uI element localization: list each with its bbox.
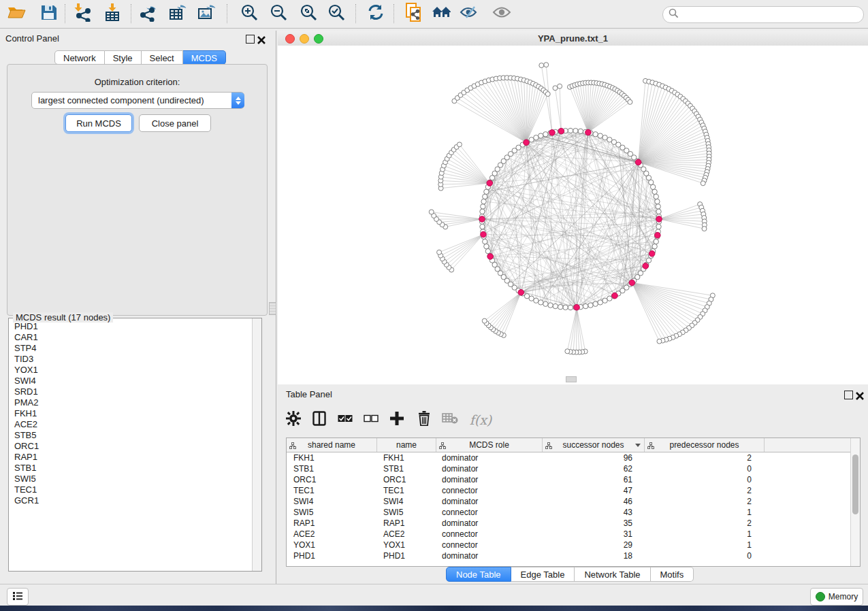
table-panel-title: Table Panel [286, 389, 332, 399]
mcds-node-item[interactable]: TID3 [14, 354, 252, 365]
cell-shared-name: RAP1 [287, 518, 376, 529]
cell-predecessor-nodes: 0 [642, 550, 761, 561]
memory-button[interactable]: Memory [810, 588, 863, 606]
mcds-node-item[interactable]: ORC1 [14, 441, 252, 452]
mcds-node-item[interactable]: GCR1 [14, 495, 252, 506]
close-panel-icon[interactable] [257, 35, 266, 43]
horizontal-splitter-handle[interactable] [566, 376, 577, 382]
table-body: FKH1FKH1dominator962STB1STB1dominator620… [287, 452, 850, 561]
table-row[interactable]: FKH1FKH1dominator962 [287, 452, 850, 463]
tab-mcds[interactable]: MCDS [183, 50, 226, 65]
run-mcds-button[interactable]: Run MCDS [65, 114, 132, 132]
table-row[interactable]: YOX1YOX1connector291 [287, 540, 850, 550]
export-image-icon [197, 3, 216, 24]
zoom-selected-button[interactable] [325, 3, 347, 24]
tab-network[interactable]: Network [54, 50, 105, 65]
houses-icon [432, 4, 452, 23]
mcds-node-item[interactable]: STP4 [14, 343, 252, 354]
column-header-shared-name[interactable]: shared name [287, 438, 377, 452]
network-canvas[interactable] [278, 46, 868, 384]
tab-edge-table[interactable]: Edge Table [511, 567, 575, 582]
show-all-button[interactable] [491, 3, 513, 24]
close-table-panel-icon[interactable] [856, 391, 864, 399]
mcds-node-item[interactable]: STB1 [14, 463, 252, 474]
deselect-all-button[interactable] [361, 410, 381, 430]
tab-node-table[interactable]: Node Table [446, 567, 511, 582]
mcds-node-item[interactable]: RAP1 [14, 452, 252, 463]
cytoscape-app-window: Control Panel NetworkStyleSelectMCDS Opt… [0, 0, 868, 611]
table-row[interactable]: PHD1PHD1dominator180 [287, 550, 850, 561]
toolbar-separator [131, 4, 131, 23]
mcds-list-scrollbar[interactable] [252, 318, 261, 571]
close-panel-button[interactable]: Close panel [139, 114, 211, 132]
optimization-dropdown[interactable]: largest connected component (undirected) [31, 92, 244, 109]
column-header-name[interactable]: name [377, 438, 436, 452]
mcds-node-item[interactable]: SWI5 [14, 474, 252, 484]
main-toolbar [0, 0, 868, 29]
delete-table-button[interactable] [440, 410, 460, 430]
export-table-button[interactable] [167, 3, 189, 24]
mcds-node-item[interactable]: PMA2 [14, 397, 252, 408]
mcds-node-item[interactable]: FKH1 [14, 408, 252, 419]
mcds-node-item[interactable]: PHD1 [14, 321, 252, 332]
delete-column-button[interactable] [414, 410, 434, 430]
optimization-value: largest connected component (undirected) [32, 95, 231, 105]
table-row[interactable]: TEC1TEC1connector472 [287, 485, 850, 496]
duplicate-network-icon [404, 2, 423, 25]
table-row[interactable]: SWI5SWI5connector431 [287, 507, 850, 518]
vertical-splitter-handle[interactable] [269, 302, 276, 315]
float-table-panel-icon[interactable] [844, 391, 853, 399]
tab-motifs[interactable]: Motifs [651, 567, 694, 582]
column-layout-button[interactable] [309, 410, 329, 430]
column-header-successor-nodes[interactable]: successor nodes [543, 438, 645, 452]
network-graph[interactable] [278, 46, 868, 384]
add-column-button[interactable] [387, 410, 407, 430]
refresh-button[interactable] [365, 3, 387, 24]
open-file-button[interactable] [5, 3, 27, 24]
mcds-result-list[interactable]: PHD1CAR1STP4TID3YOX1SWI4SRD1PMA2FKH1ACE2… [9, 321, 252, 571]
column-header-predecessor-nodes[interactable]: predecessor nodes [645, 438, 765, 452]
network-window-titlebar[interactable]: YPA_prune.txt_1 [278, 31, 868, 46]
mcds-node-item[interactable]: ACE2 [14, 419, 252, 430]
export-image-button[interactable] [195, 3, 217, 24]
table-row[interactable]: ACE2ACE2connector311 [287, 529, 850, 540]
mcds-node-item[interactable]: CAR1 [14, 332, 252, 343]
column-header-label: shared name [308, 440, 355, 450]
table-scrollbar-thumb[interactable] [852, 455, 858, 514]
tab-select[interactable]: Select [142, 50, 183, 65]
float-panel-icon[interactable] [246, 35, 255, 44]
select-all-button[interactable] [335, 410, 355, 430]
table-row[interactable]: RAP1RAP1dominator352 [287, 518, 850, 529]
save-session-button[interactable] [37, 3, 59, 24]
mcds-node-item[interactable]: SRD1 [14, 386, 252, 397]
mcds-node-item[interactable]: STB5 [14, 430, 252, 441]
search-input[interactable] [681, 9, 863, 20]
table-row[interactable]: STB1STB1dominator620 [287, 463, 850, 474]
mcds-node-item[interactable]: TEC1 [14, 484, 252, 495]
cell-MCDS-role: dominator [435, 452, 541, 463]
duplicate-network-button[interactable] [403, 3, 425, 24]
zoom-out-button[interactable] [268, 3, 289, 24]
cell-successor-nodes: 96 [541, 452, 642, 463]
export-network-button[interactable] [138, 3, 159, 24]
table-row[interactable]: SWI4SWI4dominator462 [287, 496, 850, 507]
cell-shared-name: ACE2 [287, 529, 376, 540]
tab-network-table[interactable]: Network Table [575, 567, 650, 582]
mcds-node-item[interactable]: YOX1 [14, 365, 252, 376]
first-neighbors-button[interactable] [431, 3, 453, 24]
mcds-node-item[interactable]: SWI4 [14, 376, 252, 386]
import-network-button[interactable] [72, 3, 94, 24]
task-list-button[interactable] [7, 588, 29, 606]
tab-style[interactable]: Style [105, 50, 142, 65]
zoom-fit-button[interactable] [298, 3, 319, 24]
function-builder-button[interactable]: f(x) [466, 410, 496, 430]
import-table-button[interactable] [101, 3, 123, 24]
table-row[interactable]: ORC1ORC1dominator610 [287, 474, 850, 485]
hide-selected-button[interactable] [458, 3, 480, 24]
table-scrollbar[interactable] [850, 438, 860, 566]
cell-MCDS-role: dominator [435, 518, 541, 529]
zoom-in-button[interactable] [238, 3, 260, 24]
table-settings-button[interactable] [283, 410, 304, 430]
network-window-title: YPA_prune.txt_1 [278, 33, 868, 44]
column-header-MCDS-role[interactable]: MCDS role [436, 438, 543, 452]
